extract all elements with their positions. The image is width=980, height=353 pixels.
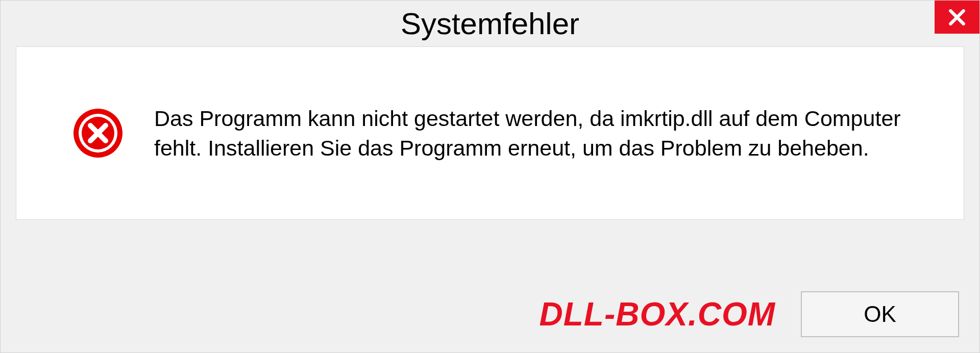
error-dialog: Systemfehler Das Programm kann nicht ges…: [0, 0, 980, 353]
close-button[interactable]: [935, 1, 979, 34]
watermark-text: DLL-BOX.COM: [540, 295, 776, 333]
dialog-title: Systemfehler: [401, 6, 579, 41]
close-icon: [947, 8, 967, 27]
error-message: Das Programm kann nicht gestartet werden…: [154, 104, 933, 163]
title-bar: Systemfehler: [1, 1, 979, 46]
content-box: Das Programm kann nicht gestartet werden…: [16, 46, 964, 220]
dialog-footer: DLL-BOX.COM OK: [1, 291, 979, 337]
error-icon: [72, 108, 124, 159]
ok-button[interactable]: OK: [801, 291, 959, 337]
